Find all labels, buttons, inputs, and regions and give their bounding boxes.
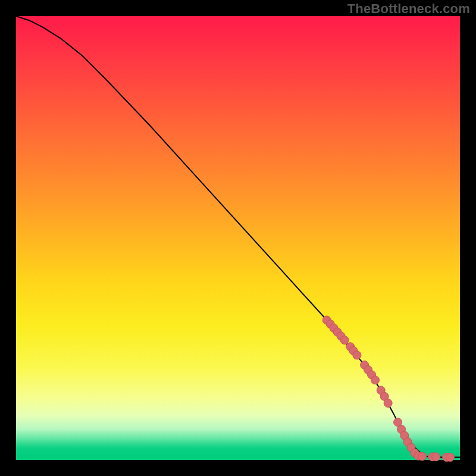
data-marker [418, 452, 427, 461]
chart-frame: TheBottleneck.com [0, 0, 476, 476]
chart-svg [16, 16, 460, 460]
data-marker [384, 399, 392, 408]
watermark-text: TheBottleneck.com [347, 1, 470, 17]
data-marker [340, 336, 349, 345]
data-marker [432, 453, 440, 461]
data-marker [371, 376, 380, 384]
data-marker [446, 453, 455, 462]
bottleneck-curve-line [16, 16, 460, 458]
data-marker [353, 351, 361, 359]
marker-group [322, 316, 454, 462]
plot-area [16, 16, 460, 460]
